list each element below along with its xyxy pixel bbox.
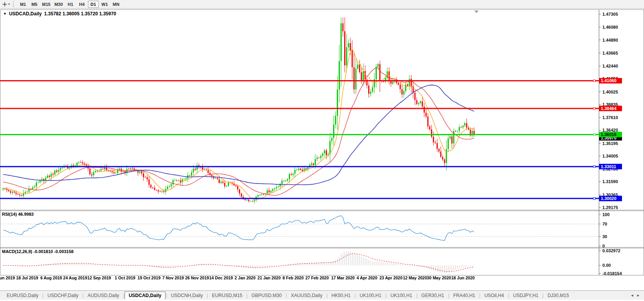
date-tick-label: 17 Mar 2020 <box>331 275 355 280</box>
timeframe-button-m30[interactable]: M30 <box>53 1 64 8</box>
level-line-handle[interactable] <box>593 165 595 167</box>
chart-tab-eurusd-m15[interactable]: EURUSD,M15 <box>208 292 246 299</box>
date-tick-label: 24 Aug 2019 <box>63 275 87 280</box>
date-tick-label: 29 Jun 2019 <box>0 275 15 280</box>
chart-symbol-label: USDCAD,Daily <box>9 11 42 17</box>
chart-tab-ger30-h1[interactable]: GER30,H1 <box>418 292 448 299</box>
rsi-indicator-label: RSI(14) 46.9983 <box>2 212 34 217</box>
date-tick-label: 1 Oct 2019 <box>115 275 136 280</box>
level-line-handle[interactable] <box>593 107 595 109</box>
rsi-scale-label: 70 <box>602 222 607 226</box>
svg-text:1.30020: 1.30020 <box>601 196 616 201</box>
svg-text:1.33011: 1.33011 <box>601 164 616 169</box>
time-axis: 29 Jun 201918 Jul 20196 Aug 201924 Aug 2… <box>0 275 644 282</box>
price-tick-label: 1.43665 <box>602 51 618 55</box>
chart-window-tabbar: EURUSD,Daily|USDCHF,Daily|AUDUSD,Daily|U… <box>0 290 644 300</box>
chart-tab-uk100-h1[interactable]: UK100,H1 <box>387 292 416 299</box>
price-tick-label: 1.44890 <box>602 38 618 42</box>
timeframe-button-h4[interactable]: H4 <box>77 1 87 8</box>
chart-tab-usdcnh-daily[interactable]: USDCNH,Daily <box>167 292 206 299</box>
price-tick-label: 1.46080 <box>602 25 618 29</box>
timeframe-toolbar: ▾ M1M5M15M30H1H4D1W1MN <box>0 0 644 9</box>
chart-shift-marker-icon[interactable] <box>474 11 479 13</box>
chart-tab-usdcad-daily[interactable]: USDCAD,Daily <box>125 292 165 299</box>
date-tick-label: 12 May 2020 <box>403 275 427 280</box>
macd-scale-label: 0.00 <box>602 263 611 268</box>
current-price-label <box>599 135 622 141</box>
timeframe-button-mn[interactable]: MN <box>111 1 121 8</box>
timeframe-button-d1[interactable]: D1 <box>88 1 99 8</box>
chart-tab-fra40-h1[interactable]: FRA40,H1 <box>450 292 479 299</box>
macd-indicator-label: MACD(12,26,9) -0.001810 -0.003158 <box>2 249 73 254</box>
fast-ma-line <box>3 49 474 200</box>
price-tick-label: 1.37610 <box>602 115 618 120</box>
tab-scroll-right-icon[interactable]: ▸ <box>637 293 639 298</box>
chart-title: ▼ USDCAD,Daily 1.35782 1.36005 1.35720 1… <box>3 11 116 17</box>
level-price-label <box>599 132 622 137</box>
timeframe-button-m15[interactable]: M15 <box>40 1 52 8</box>
level-line-handle[interactable] <box>593 80 595 82</box>
macd-scale-label: 0.032972 <box>602 248 620 253</box>
date-tick-label: 26 Nov 2019 <box>185 275 209 280</box>
symbol-dropdown-icon[interactable]: ▼ <box>3 12 7 16</box>
medium-ma-line <box>3 68 474 195</box>
timeframe-button-h1[interactable]: H1 <box>65 1 76 8</box>
chart-tab-eurusd-daily[interactable]: EURUSD,Daily <box>3 292 42 299</box>
svg-text:1.41060: 1.41060 <box>601 78 616 83</box>
chart-tab-hk50-h1[interactable]: HK50,H1 <box>328 292 354 299</box>
date-tick-label: 14 Dec 2019 <box>209 275 233 280</box>
level-price-label <box>599 78 622 83</box>
date-tick-label: 23 Apr 2020 <box>380 275 403 280</box>
tab-scroll-left-icon[interactable]: ◂ <box>631 293 633 298</box>
date-tick-label: 12 Sep 2019 <box>87 275 111 280</box>
date-tick-label: 6 Aug 2019 <box>40 275 62 280</box>
price-tick-label: 1.30365 <box>602 193 618 197</box>
chart-tab-usdchf-daily[interactable]: USDCHF,Daily <box>44 292 82 299</box>
chart-tab-xauusd-daily[interactable]: XAUUSD,Daily <box>287 292 326 299</box>
date-tick-label: 21 Jan 2020 <box>257 275 281 280</box>
chart-tab-usdjpy-h1[interactable]: USDJPY,H1 <box>510 292 542 299</box>
date-tick-label: 19 Oct 2019 <box>138 275 160 280</box>
date-tick-label: 27 Feb 2020 <box>305 275 329 280</box>
level-price-label <box>599 196 622 201</box>
price-tick-label: 1.41250 <box>602 76 618 81</box>
timeframe-button-m1[interactable]: M1 <box>18 1 28 8</box>
price-tick-label: 1.47305 <box>602 12 618 17</box>
toolbar-grip <box>13 1 15 7</box>
chart-tab-gbpusd-m30[interactable]: GBPUSD,M30 <box>248 292 285 299</box>
rsi-scale-label: 30 <box>602 234 607 239</box>
chart-tab-uk100-h1[interactable]: UK100,H1 <box>356 292 385 299</box>
chart-tab-dj30-m15[interactable]: DJ30,M15 <box>544 292 572 299</box>
rsi-line <box>3 216 474 240</box>
date-tick-label: 7 Nov 2019 <box>162 275 184 280</box>
price-tick-label: 1.40025 <box>602 90 618 94</box>
price-chart-svg: 1.473051.460801.448901.436651.424401.412… <box>0 0 644 291</box>
svg-text:1.35970: 1.35970 <box>601 136 616 140</box>
date-tick-label: 8 Feb 2020 <box>283 275 304 280</box>
timeframe-buttons: M1M5M15M30H1H4D1W1MN <box>17 1 122 8</box>
timeframe-button-m5[interactable]: M5 <box>29 1 40 8</box>
date-tick-label: 2 Jan 2020 <box>235 275 255 280</box>
price-tick-label: 1.29175 <box>602 205 618 210</box>
macd-signal-line <box>3 254 474 272</box>
chart-tab-usoil-h4[interactable]: USOil,H4 <box>481 292 508 299</box>
level-price-label <box>599 106 622 111</box>
price-tick-label: 1.32780 <box>602 167 618 171</box>
slow-ma-line <box>3 85 474 185</box>
level-line-handle[interactable] <box>593 134 595 136</box>
rsi-scale-label: 0 <box>602 244 605 248</box>
timeframe-button-w1[interactable]: W1 <box>99 1 110 8</box>
svg-text:1.36015: 1.36015 <box>601 132 616 137</box>
level-line-handle[interactable] <box>593 198 595 200</box>
chart-tabs: EURUSD,Daily|USDCHF,Daily|AUDUSD,Daily|U… <box>0 292 572 299</box>
price-tick-label: 1.38835 <box>602 102 618 107</box>
chart-tab-audusd-daily[interactable]: AUDUSD,Daily <box>84 292 123 299</box>
crosshair-tool-button[interactable]: ▾ <box>0 1 12 8</box>
chevron-down-icon: ▾ <box>8 2 10 6</box>
price-tick-label: 1.34005 <box>602 154 618 158</box>
mt4-terminal: { "icons": { "symbol_dropdown": "▼", "to… <box>0 0 644 301</box>
level-price-label <box>599 164 622 169</box>
macd-histogram <box>3 251 474 273</box>
date-tick-label: 4 Apr 2020 <box>357 275 378 280</box>
svg-text:1.38464: 1.38464 <box>601 106 617 111</box>
